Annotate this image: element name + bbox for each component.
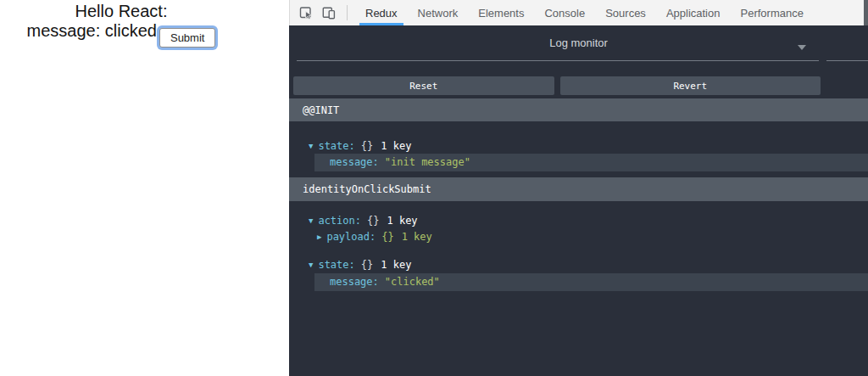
- app-message: message: clicked: [27, 21, 157, 40]
- state-key[interactable]: state:: [318, 140, 354, 152]
- message-row: message:"clicked": [314, 273, 868, 291]
- state-row[interactable]: ▼state:{}1 key: [309, 139, 411, 153]
- message-value: "clicked": [385, 276, 440, 288]
- triangle-down-icon[interactable]: ▼: [309, 216, 313, 225]
- message-key: message:: [330, 156, 379, 168]
- monitor-selector[interactable]: Log monitor: [289, 25, 868, 60]
- state-key[interactable]: state:: [318, 259, 354, 271]
- action-brace: {}: [367, 215, 379, 227]
- tab-sources[interactable]: Sources: [595, 0, 656, 25]
- action-entry-title-init[interactable]: @@INIT: [289, 98, 868, 121]
- submit-button[interactable]: Submit: [159, 28, 215, 48]
- reset-button[interactable]: Reset: [293, 76, 554, 95]
- state-count: 1 key: [381, 259, 411, 271]
- action-row[interactable]: ▼action:{}1 key: [309, 214, 418, 227]
- message-value: "init message": [385, 156, 470, 168]
- state-row[interactable]: ▼state:{}1 key: [309, 258, 411, 272]
- app-text-block: Hello React: message: clickedSubmit: [0, 2, 242, 48]
- tab-performance[interactable]: Performance: [730, 0, 813, 25]
- tab-redux[interactable]: Redux: [355, 0, 408, 25]
- devtools-panel: Redux Network Elements Console Sources A…: [289, 0, 868, 376]
- tab-network[interactable]: Network: [408, 0, 469, 25]
- monitor-button-bar: Reset Revert: [293, 76, 821, 95]
- payload-row[interactable]: ▶payload:{}1 key: [317, 230, 432, 244]
- redux-panel: Log monitor Reset Revert @@INIT ▼state:{…: [289, 25, 868, 376]
- window-edge: [864, 0, 868, 25]
- payload-brace: {}: [381, 231, 393, 243]
- triangle-down-icon[interactable]: ▼: [309, 261, 313, 269]
- state-brace: {}: [361, 140, 373, 152]
- monitor-selector-label: Log monitor: [549, 36, 608, 49]
- message-key: message:: [330, 276, 379, 288]
- chevron-down-icon: [798, 45, 806, 50]
- device-toolbar-icon[interactable]: [322, 6, 336, 20]
- toolbar-separator: [347, 5, 348, 20]
- inspect-icon[interactable]: [299, 6, 313, 20]
- app-page: Hello React: message: clickedSubmit: [0, 0, 289, 376]
- devtools-tabs: Redux Network Elements Console Sources A…: [355, 0, 814, 25]
- action-key[interactable]: action:: [318, 215, 361, 227]
- tab-elements[interactable]: Elements: [468, 0, 534, 25]
- payload-key[interactable]: payload:: [326, 231, 376, 243]
- state-count: 1 key: [381, 140, 411, 152]
- state-brace: {}: [361, 259, 373, 271]
- triangle-down-icon[interactable]: ▼: [309, 142, 313, 150]
- triangle-right-icon[interactable]: ▶: [317, 233, 321, 241]
- tab-console[interactable]: Console: [534, 0, 595, 25]
- app-heading: Hello React:: [75, 2, 168, 20]
- action-entry-title-identity[interactable]: identityOnClickSubmit: [289, 177, 868, 201]
- tab-application[interactable]: Application: [656, 0, 731, 25]
- payload-count: 1 key: [402, 231, 432, 243]
- revert-button[interactable]: Revert: [560, 76, 821, 95]
- devtools-tabbar: Redux Network Elements Console Sources A…: [289, 0, 868, 25]
- selector-underline-right: [826, 60, 868, 61]
- selector-underline: [297, 60, 819, 61]
- message-row: message:"init message": [314, 154, 868, 171]
- action-count: 1 key: [387, 215, 417, 227]
